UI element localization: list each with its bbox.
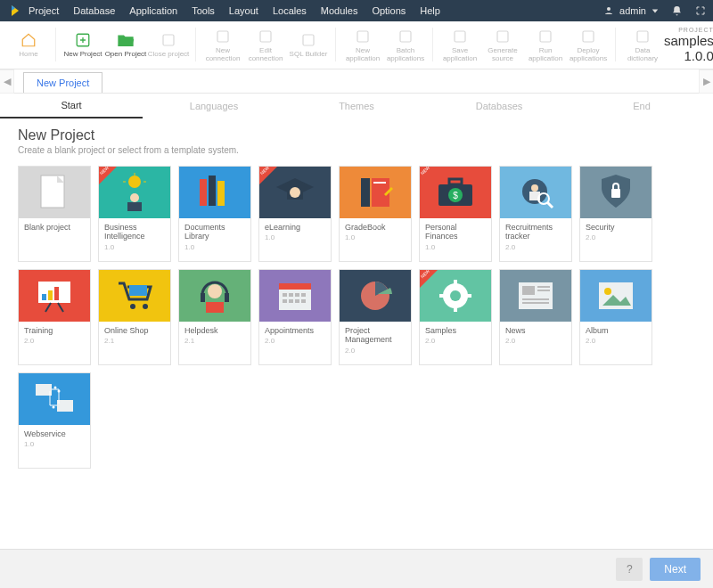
- toolbar-edit-connection[interactable]: Edit connection: [244, 28, 287, 62]
- step-start[interactable]: Start: [0, 94, 143, 118]
- help-button[interactable]: ?: [616, 558, 643, 581]
- template-version: 1.0: [425, 243, 486, 251]
- menu-options[interactable]: Options: [372, 5, 406, 16]
- toolbar-close-project[interactable]: Close project: [147, 28, 190, 62]
- svg-rect-5: [163, 35, 174, 45]
- expand-icon[interactable]: [695, 5, 706, 16]
- tab-scroll-left[interactable]: ◀: [0, 69, 14, 94]
- footer: ? Next: [0, 549, 713, 588]
- template-thumb: [340, 167, 411, 218]
- template-appointments[interactable]: Appointments2.0: [258, 269, 332, 365]
- template-thumb: [179, 167, 250, 218]
- toolbar-label: New connection: [201, 47, 244, 62]
- template-name: Recruitments tracker: [505, 223, 566, 241]
- template-security[interactable]: Security2.0: [579, 166, 652, 262]
- template-name: Webservice: [24, 429, 85, 438]
- toolbar-data-dictionary[interactable]: Data dictionary: [621, 28, 664, 62]
- svg-rect-64: [289, 299, 293, 303]
- toolbar-sql-builder[interactable]: SQL Builder: [287, 28, 330, 62]
- template-thumb: [99, 270, 170, 322]
- svg-point-85: [54, 387, 57, 389]
- template-samples[interactable]: Samples2.0: [419, 269, 492, 365]
- template-thumb: [420, 270, 491, 322]
- svg-point-69: [450, 290, 461, 301]
- page-title: New Project: [18, 127, 695, 143]
- template-documents-library[interactable]: Documents Library1.0: [178, 166, 251, 262]
- menu-help[interactable]: Help: [420, 5, 440, 16]
- project-info: PROJECT samples 1.0.0: [664, 27, 713, 63]
- toolbar-new-project[interactable]: New Project: [61, 28, 104, 62]
- template-gradebook[interactable]: GradeBook1.0: [339, 166, 412, 262]
- template-webservice[interactable]: Webservice1.0: [18, 372, 91, 469]
- step-end[interactable]: End: [570, 94, 713, 118]
- toolbar-home[interactable]: Home: [7, 28, 50, 62]
- template-name: Samples: [425, 326, 486, 335]
- toolbar-label: Edit connection: [244, 47, 287, 62]
- template-name: eLearning: [265, 223, 325, 232]
- step-languages[interactable]: Languages: [143, 94, 285, 118]
- tab-new-project[interactable]: New Project: [23, 72, 102, 93]
- template-news[interactable]: News2.0: [499, 269, 572, 365]
- template-name: GradeBook: [345, 223, 406, 232]
- svg-rect-72: [439, 294, 445, 298]
- toolbar-run-application[interactable]: Run application: [524, 28, 567, 62]
- template-project-management[interactable]: Project Management2.0: [339, 269, 412, 365]
- tab-scroll-right[interactable]: ▶: [699, 69, 713, 94]
- template-thumb: [580, 270, 652, 322]
- user-name: admin: [619, 5, 646, 16]
- menu-modules[interactable]: Modules: [321, 5, 358, 16]
- svg-point-22: [130, 193, 139, 202]
- template-training[interactable]: Training2.0: [18, 269, 91, 365]
- template-name: Project Management: [345, 326, 406, 345]
- svg-point-18: [128, 176, 141, 188]
- toolbar-batch-applications[interactable]: Batch applications: [384, 28, 427, 62]
- template-recruitments-tracker[interactable]: Recruitments tracker2.0: [499, 166, 572, 262]
- sql-builder-icon: [299, 31, 318, 49]
- template-blank-project[interactable]: Blank project: [18, 166, 91, 262]
- menu-tools[interactable]: Tools: [192, 5, 215, 16]
- menubar: ProjectDatabaseApplicationToolsLayoutLoc…: [0, 0, 713, 21]
- template-thumb: $: [420, 167, 491, 218]
- toolbar-new-application[interactable]: New application: [341, 28, 384, 62]
- template-elearning[interactable]: eLearning1.0: [258, 166, 332, 262]
- step-databases[interactable]: Databases: [428, 94, 570, 118]
- toolbar-deploy-applications[interactable]: Deploy applications: [567, 28, 610, 62]
- template-version: 2.0: [24, 337, 85, 345]
- toolbar-generate-source[interactable]: Generate source: [481, 28, 524, 62]
- template-business-intelligence[interactable]: Business Intelligence1.0: [98, 166, 171, 262]
- svg-rect-54: [201, 293, 205, 302]
- template-name: Personal Finances: [425, 223, 486, 241]
- template-thumb: [179, 270, 250, 322]
- template-online-shop[interactable]: Online Shop2.1: [98, 269, 171, 365]
- svg-rect-52: [129, 285, 147, 296]
- next-button[interactable]: Next: [650, 558, 701, 581]
- toolbar-label: Home: [19, 51, 37, 58]
- svg-line-48: [45, 303, 51, 312]
- svg-rect-63: [283, 299, 287, 303]
- svg-rect-30: [361, 178, 370, 207]
- toolbar-new-connection[interactable]: New connection: [201, 28, 244, 62]
- svg-rect-71: [454, 306, 457, 312]
- template-version: 1.0: [345, 233, 406, 241]
- svg-rect-6: [217, 31, 228, 42]
- template-personal-finances[interactable]: $Personal Finances1.0: [419, 166, 492, 262]
- menu-locales[interactable]: Locales: [273, 5, 307, 16]
- svg-point-50: [130, 304, 135, 309]
- template-thumb: [580, 167, 652, 218]
- toolbar-save-application[interactable]: Save application: [438, 28, 481, 62]
- bell-icon[interactable]: [671, 5, 683, 17]
- template-thumb: [19, 167, 90, 218]
- svg-point-39: [531, 184, 538, 192]
- step-themes[interactable]: Themes: [285, 94, 428, 118]
- menu-application[interactable]: Application: [129, 5, 177, 16]
- menu-layout[interactable]: Layout: [229, 5, 258, 16]
- svg-rect-15: [637, 31, 648, 42]
- menu-database[interactable]: Database: [73, 5, 115, 16]
- template-name: Training: [24, 326, 85, 335]
- toolbar-open-project[interactable]: Open Project: [104, 28, 147, 62]
- template-album[interactable]: Album2.0: [579, 269, 652, 365]
- template-version: 2.1: [104, 337, 165, 345]
- template-helpdesk[interactable]: Helpdesk2.1: [178, 269, 251, 365]
- user-menu[interactable]: admin: [603, 5, 659, 16]
- menu-project[interactable]: Project: [29, 5, 59, 16]
